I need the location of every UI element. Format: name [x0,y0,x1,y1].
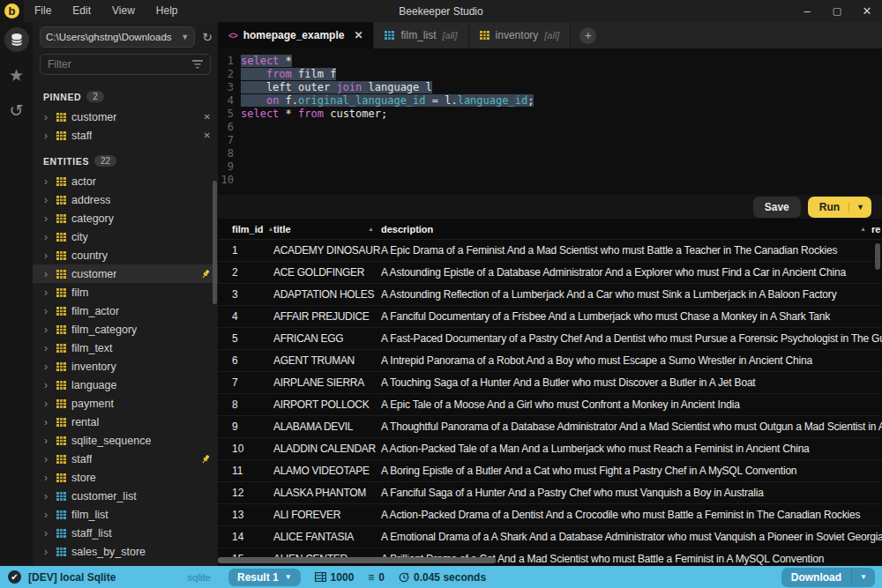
menu-help[interactable]: Help [146,0,189,22]
chevron-right-icon[interactable]: › [44,472,51,484]
cell-film-id[interactable]: 13 [218,509,273,521]
entity-item-payment[interactable]: › payment [33,394,218,413]
table-row[interactable]: 13ALI FOREVERA Action-Packed Drama of a … [218,504,882,526]
entity-item-customer_list[interactable]: › customer_list [33,487,218,505]
cell-film-id[interactable]: 1 [218,244,273,257]
cell-title[interactable]: AIRPLANE SIERRA [273,376,381,389]
chevron-right-icon[interactable]: › [44,490,51,502]
menu-file[interactable]: File [24,0,62,22]
code-line[interactable]: 7 [218,134,882,147]
cell-film-id[interactable]: 3 [218,288,273,301]
result-selector[interactable]: Result 1 ▼ [228,569,301,586]
sidebar-scrollbar[interactable] [213,181,217,304]
entity-item-sales_by_store[interactable]: › sales_by_store [33,542,218,561]
entity-item-film_category[interactable]: › film_category [33,320,218,339]
cell-description[interactable]: A Astounding Reflection of a Lumberjack … [381,288,882,301]
cell-description[interactable]: A Fanciful Saga of a Hunter And a Pastry… [381,487,882,499]
table-row[interactable]: 9ALABAMA DEVILA Thoughtful Panorama of a… [218,416,882,438]
cell-film-id[interactable]: 4 [218,310,273,323]
column-header-title[interactable]: title ▲ [273,224,381,234]
cell-title[interactable]: ALI FOREVER [273,509,381,521]
code-line[interactable]: 9 [218,160,882,174]
chevron-right-icon[interactable]: › [44,111,51,123]
cell-description[interactable]: A Fanciful Documentary of a Frisbee And … [381,310,882,323]
pin-icon[interactable] [200,454,211,465]
pinned-item-staff[interactable]: › staff✕ [33,126,218,145]
cell-title[interactable]: AGENT TRUMAN [273,354,381,367]
chevron-right-icon[interactable]: › [44,527,51,540]
table-row[interactable]: 5AFRICAN EGGA Fast-Paced Documentary of … [218,328,882,350]
table-row[interactable]: 2ACE GOLDFINGERA Astounding Epistle of a… [218,262,882,284]
tables-panel-button[interactable] [0,22,33,57]
chevron-right-icon[interactable]: › [44,398,51,410]
chevron-right-icon[interactable]: › [44,435,51,447]
table-row[interactable]: 11ALAMO VIDEOTAPEA Boring Epistle of a B… [218,460,882,482]
cell-title[interactable]: AFFAIR PREJUDICE [273,310,381,323]
entity-item-film[interactable]: › film [33,283,218,301]
connection-status[interactable]: ✔ [DEV] local Sqlite sqlite [0,570,218,584]
chevron-right-icon[interactable]: › [44,130,51,142]
cell-description[interactable]: A Astounding Epistle of a Database Admin… [381,266,882,279]
entity-item-staff[interactable]: › staff [33,450,218,468]
cell-description[interactable]: A Intrepid Panorama of a Robot And a Boy… [381,354,882,367]
table-row[interactable]: 3ADAPTATION HOLESA Astounding Reflection… [218,284,882,306]
cell-description[interactable]: A Touching Saga of a Hunter And a Butler… [381,376,882,389]
sql-editor[interactable]: 1select *2 from film f3 left outer join … [218,48,882,195]
sort-asc-icon[interactable]: ▲ [368,226,374,232]
menu-view[interactable]: View [101,0,146,22]
cell-film-id[interactable]: 9 [218,421,273,433]
chevron-right-icon[interactable]: › [44,231,51,243]
cell-title[interactable]: ALADDIN CALENDAR [273,443,381,455]
chevron-right-icon[interactable]: › [44,324,51,336]
entity-item-staff_list[interactable]: › staff_list [33,524,218,542]
entity-item-store[interactable]: › store [33,468,218,487]
chevron-right-icon[interactable]: › [44,249,51,262]
code-line[interactable]: 1select * [218,55,882,68]
entity-item-category[interactable]: › category [33,209,218,227]
download-button[interactable]: Download ▼ [781,568,875,587]
cell-description[interactable]: A Boring Epistle of a Butler And a Cat w… [381,465,882,477]
table-row[interactable]: 12ALASKA PHANTOMA Fanciful Saga of a Hun… [218,482,882,504]
download-options-caret-icon[interactable]: ▼ [851,569,875,584]
results-vertical-scrollbar[interactable] [875,243,880,270]
cell-film-id[interactable]: 10 [218,443,273,455]
cell-film-id[interactable]: 6 [218,354,273,367]
filter-icon[interactable] [192,60,203,69]
cell-title[interactable]: ALICE FANTASIA [273,531,381,543]
cell-title[interactable]: ACE GOLDFINGER [273,266,381,279]
chevron-right-icon[interactable]: › [44,379,51,391]
table-row[interactable]: 4AFFAIR PREJUDICEA Fanciful Documentary … [218,306,882,328]
menu-edit[interactable]: Edit [62,0,101,22]
chevron-right-icon[interactable]: › [44,268,51,280]
entity-item-customer[interactable]: › customer [33,264,218,283]
results-horizontal-scrollbar[interactable] [218,557,496,563]
cell-film-id[interactable]: 12 [218,487,273,499]
cell-film-id[interactable]: 14 [218,531,273,543]
entity-item-film_list[interactable]: › film_list [33,505,218,524]
table-row[interactable]: 6AGENT TRUMANA Intrepid Panorama of a Ro… [218,350,882,372]
sort-asc-icon[interactable]: ▲ [860,226,866,232]
table-row[interactable]: 1ACADEMY DINOSAURA Epic Drama of a Femin… [218,240,882,262]
close-button[interactable]: ✕ [852,0,882,22]
code-line[interactable]: 8 [218,147,882,160]
refresh-icon[interactable]: ↻ [202,30,213,44]
entity-item-address[interactable]: › address [33,190,218,209]
cell-description[interactable]: A Action-Packed Drama of a Dentist And a… [381,509,882,521]
cell-description[interactable]: A Fast-Paced Documentary of a Pastry Che… [381,332,882,345]
run-button[interactable]: Run ▼ [808,197,871,218]
code-line[interactable]: 5select * from customer; [218,108,882,121]
entity-item-sqlite_sequence[interactable]: › sqlite_sequence [33,431,218,450]
cell-title[interactable]: ACADEMY DINOSAUR [273,244,381,257]
chevron-right-icon[interactable]: › [44,342,51,354]
column-header-partial[interactable]: re [871,224,882,234]
chevron-right-icon[interactable]: › [44,287,51,299]
entity-item-film_actor[interactable]: › film_actor [33,301,218,320]
cell-title[interactable]: AFRICAN EGG [273,332,381,345]
cell-film-id[interactable]: 11 [218,465,273,477]
database-selector[interactable]: C:\Users\ghstng\Downloads ▼ [40,26,195,48]
run-options-caret-icon[interactable]: ▼ [848,203,871,212]
cell-title[interactable]: ALASKA PHANTOM [273,487,381,499]
code-line[interactable]: 2 from film f [218,68,882,81]
cell-description[interactable]: A Emotional Drama of a A Shark And a Dat… [381,531,882,543]
cell-title[interactable]: AIRPORT POLLOCK [273,398,381,411]
